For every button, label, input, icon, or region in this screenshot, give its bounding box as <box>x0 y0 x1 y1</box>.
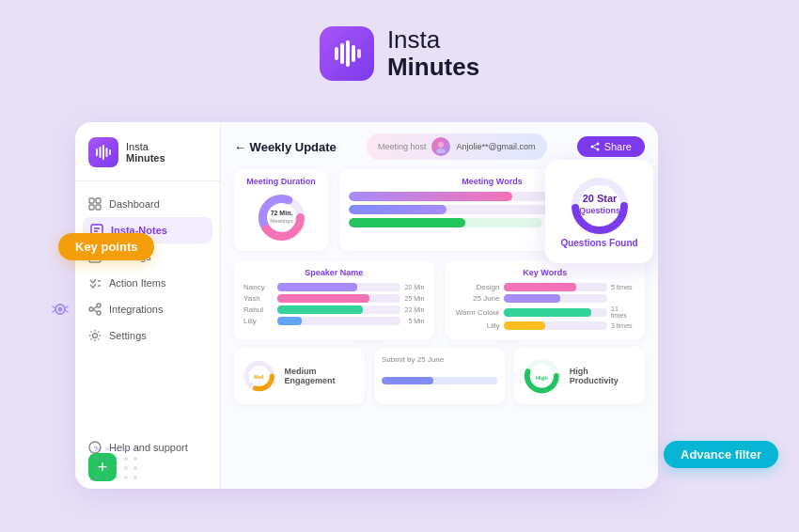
sidebar-nav: Dashboard Insta-Notes Meetings Action It… <box>75 181 220 358</box>
high-productivity-card: High High Productivity <box>514 348 645 404</box>
svg-point-10 <box>58 307 63 312</box>
svg-point-34 <box>93 334 98 338</box>
svg-rect-18 <box>89 205 94 210</box>
keyword-bar-value: 3 times <box>611 322 635 329</box>
brand-insta: Insta <box>387 26 479 54</box>
svg-line-7 <box>53 310 55 312</box>
meeting-duration-donut: 72 Min. Meetings <box>243 192 319 243</box>
svg-point-30 <box>97 304 101 307</box>
svg-rect-4 <box>357 49 361 58</box>
speaker-bar-row: Yash 25 Min <box>243 294 425 303</box>
svg-point-77 <box>124 476 128 479</box>
speaker-bar-row: Rahul 22 Min <box>243 305 425 314</box>
bottom-cards-row: Med. Medium Engagement Submit by 25 June… <box>234 348 645 404</box>
sidebar-logo-text: Insta Minutes <box>126 141 165 164</box>
keyword-bar-track <box>504 294 608 303</box>
meeting-host-label: Meeting host <box>378 142 427 151</box>
svg-text:Med.: Med. <box>254 374 265 380</box>
svg-rect-16 <box>89 198 94 203</box>
keyword-name-label: Lilly <box>455 321 500 330</box>
speaker-name-label: Rahul <box>243 305 274 314</box>
questions-found-label: Questions Found <box>560 238 637 248</box>
svg-point-68 <box>133 457 137 461</box>
meeting-duration-title: Meeting Duration <box>243 177 319 186</box>
svg-rect-13 <box>102 145 104 160</box>
svg-text:Meetings: Meetings <box>270 218 292 224</box>
meeting-host-email: Anjolie**@gmail.com <box>456 142 535 151</box>
svg-rect-11 <box>96 149 98 156</box>
speaker-bar-fill <box>277 317 302 325</box>
svg-text:Questions: Questions <box>578 206 619 215</box>
svg-point-67 <box>124 457 128 461</box>
speaker-bar-value: 25 Min <box>404 295 425 302</box>
svg-rect-2 <box>346 40 350 67</box>
speaker-bar-track <box>277 305 400 314</box>
speaker-chart: Speaker Name Nancy 20 Min Yash 25 Min Ra… <box>234 260 434 340</box>
sidebar-logo-icon <box>88 137 118 167</box>
svg-point-63 <box>133 447 137 451</box>
svg-point-71 <box>115 466 118 470</box>
high-productivity-label: High Productivity <box>570 367 637 385</box>
sidebar-item-dashboard[interactable]: Dashboard <box>75 191 220 217</box>
svg-point-62 <box>124 447 128 451</box>
svg-rect-12 <box>100 147 102 158</box>
svg-rect-14 <box>106 148 108 157</box>
svg-rect-0 <box>335 47 338 60</box>
svg-rect-15 <box>109 149 111 155</box>
cost-bar-fill <box>349 218 465 227</box>
svg-line-9 <box>65 310 68 312</box>
star-questions-popup: 20 Star Questions Questions Found <box>545 160 653 263</box>
keyword-name-label: 25 June <box>455 294 500 303</box>
svg-line-33 <box>93 309 97 312</box>
svg-point-70 <box>105 466 109 470</box>
meeting-duration-chart: Meeting Duration 72 Min. Meetings <box>234 169 328 251</box>
sidebar: Insta Minutes Dashboard Insta-Notes Meet… <box>75 122 221 489</box>
keyword-bar-fill <box>504 294 561 303</box>
keyword-name-label: Design <box>455 283 500 291</box>
svg-point-59 <box>96 447 100 451</box>
medium-engagement-label: Medium Engagement <box>285 367 357 385</box>
sidebar-item-integrations[interactable]: Integrations <box>75 296 220 322</box>
back-button[interactable]: ← Weekly Update <box>234 140 337 154</box>
submit-progress-fill <box>382 377 433 384</box>
keyword-bar-fill <box>504 321 545 330</box>
brand-logo-icon <box>320 26 374 81</box>
svg-text:20 Star: 20 Star <box>582 193 617 204</box>
bottom-charts-row: Speaker Name Nancy 20 Min Yash 25 Min Ra… <box>234 260 645 340</box>
svg-rect-17 <box>96 198 101 203</box>
keywords-title: Key Words <box>455 268 636 277</box>
speaker-bar-track <box>277 317 400 325</box>
share-button[interactable]: Share <box>577 136 645 157</box>
dashboard-card: Insta Minutes Dashboard Insta-Notes Meet… <box>75 122 658 489</box>
sidebar-item-action-items-label: Action Items <box>109 277 166 289</box>
svg-point-78 <box>133 476 137 479</box>
svg-point-74 <box>96 476 100 479</box>
transcription-bar-track <box>349 192 553 201</box>
avatar <box>431 137 450 156</box>
speaker-name-label: Lilly <box>243 317 274 325</box>
submit-deadline-label: Submit by 25 June <box>382 355 444 364</box>
keyword-bar-track <box>504 308 608 317</box>
keyword-bar-track <box>504 321 608 330</box>
brand-minutes: Minutes <box>387 54 479 81</box>
sidebar-item-settings[interactable]: Settings <box>75 322 220 349</box>
keyword-bars: Design 5 times 25 June Warm Colour 11 ti… <box>455 283 636 330</box>
svg-rect-1 <box>340 43 344 64</box>
svg-point-65 <box>105 457 109 461</box>
svg-point-76 <box>115 476 118 479</box>
advance-filter-badge[interactable]: Advance filter <box>664 441 778 468</box>
speaker-bar-fill <box>277 305 363 314</box>
top-brand: Insta Minutes <box>0 0 799 81</box>
key-points-badge[interactable]: Key points <box>58 233 154 260</box>
summary-bar-track <box>349 205 566 214</box>
microphone-icon <box>49 291 85 331</box>
speaker-bar-value: 5 Min <box>404 318 425 324</box>
svg-point-64 <box>96 457 100 461</box>
svg-line-32 <box>93 306 97 309</box>
svg-rect-3 <box>352 45 355 62</box>
meeting-host-box: Meeting host Anjolie**@gmail.com <box>367 133 547 160</box>
svg-point-60 <box>105 447 109 451</box>
keyword-bar-fill <box>504 308 592 317</box>
sidebar-item-action-items[interactable]: Action Items <box>75 270 220 296</box>
svg-point-61 <box>115 447 118 451</box>
